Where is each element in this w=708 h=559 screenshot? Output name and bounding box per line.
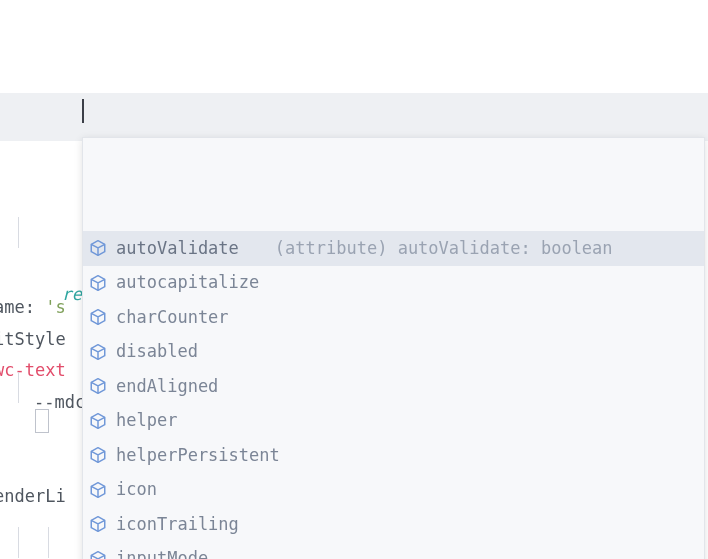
field-cube-icon: [89, 412, 107, 430]
autocomplete-label: iconTrailing: [116, 509, 239, 540]
autocomplete-label: inputMode: [116, 543, 208, 559]
field-cube-icon: [89, 550, 107, 559]
code-editor[interactable]: return html` <mwc-textfield ?outlined=${…: [0, 0, 708, 559]
field-cube-icon: [89, 481, 107, 499]
autocomplete-item[interactable]: autocapitalize: [83, 266, 704, 301]
autocomplete-item[interactable]: helperPersistent: [83, 438, 704, 473]
autocomplete-item[interactable]: charCounter: [83, 300, 704, 335]
autocomplete-popup[interactable]: autoValidate(attribute) autoValidate: bo…: [82, 137, 705, 559]
whitespace-marker: [35, 409, 49, 433]
autocomplete-label: helperPersistent: [116, 440, 280, 471]
autocomplete-item[interactable]: autoValidate(attribute) autoValidate: bo…: [83, 231, 704, 266]
autocomplete-label: icon: [116, 474, 157, 505]
autocomplete-label: charCounter: [116, 302, 229, 333]
field-cube-icon: [89, 515, 107, 533]
autocomplete-item[interactable]: icon: [83, 473, 704, 508]
autocomplete-item[interactable]: iconTrailing: [83, 507, 704, 542]
autocomplete-detail: (attribute) autoValidate: boolean: [275, 233, 613, 264]
autocomplete-label: endAligned: [116, 371, 218, 402]
field-cube-icon: [89, 446, 107, 464]
autocomplete-label: autoValidate: [116, 233, 239, 264]
text-cursor: [82, 99, 84, 123]
field-cube-icon: [89, 377, 107, 395]
autocomplete-label: helper: [116, 405, 177, 436]
autocomplete-item[interactable]: endAligned: [83, 369, 704, 404]
autocomplete-item[interactable]: helper: [83, 404, 704, 439]
field-cube-icon: [89, 239, 107, 257]
autocomplete-item[interactable]: inputMode: [83, 542, 704, 560]
autocomplete-label: autocapitalize: [116, 267, 259, 298]
field-cube-icon: [89, 343, 107, 361]
field-cube-icon: [89, 308, 107, 326]
autocomplete-item[interactable]: disabled: [83, 335, 704, 370]
autocomplete-label: disabled: [116, 336, 198, 367]
field-cube-icon: [89, 274, 107, 292]
